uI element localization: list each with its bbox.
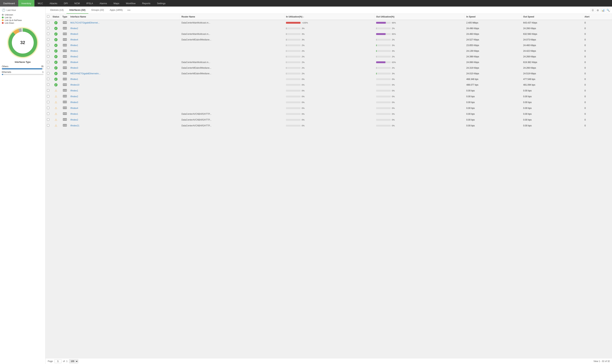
tab-groups[interactable]: Groups (22) <box>88 7 107 14</box>
row-checkbox[interactable] <box>47 55 49 58</box>
row-out-speed: 619.382 Kibps <box>522 60 583 65</box>
col-in-speed[interactable]: In Speed <box>465 14 522 20</box>
col-status[interactable]: Status <box>51 14 61 20</box>
row-interface-name[interactable]: IfIndex4 <box>69 105 180 111</box>
row-checkbox[interactable] <box>47 21 49 24</box>
grid-view-button[interactable]: ⊞ <box>596 8 600 12</box>
util-bar-bg <box>376 22 391 24</box>
row-interface-name[interactable]: MULTICASTGigabitEthernet... <box>69 20 180 26</box>
nav-dpi[interactable]: DPI <box>61 0 71 7</box>
row-in-speed: 0.00 bps <box>465 88 522 94</box>
select-all-checkbox[interactable] <box>47 15 49 18</box>
nav-ncm[interactable]: NCM <box>71 0 83 7</box>
status-yellow-icon: ⚠ <box>55 124 57 127</box>
row-type <box>61 123 69 129</box>
row-checkbox[interactable] <box>47 72 49 75</box>
row-interface-name[interactable]: IfIndex10 <box>69 82 180 88</box>
row-checkbox[interactable] <box>47 101 49 103</box>
row-checkbox[interactable] <box>47 66 49 69</box>
row-alert: 0 <box>583 94 612 99</box>
row-interface-name[interactable]: IfIndex4 <box>69 60 180 65</box>
row-interface-name[interactable]: IfIndex1 <box>69 48 180 54</box>
nav-inventory[interactable]: Inventory <box>18 0 34 7</box>
col-out-util[interactable]: Out Utilization(%) <box>375 14 465 20</box>
nav-dashboard[interactable]: Dashboard <box>0 0 18 7</box>
nav-settings[interactable]: Settings <box>154 0 169 7</box>
nav-workflow[interactable]: Workflow <box>123 0 139 7</box>
nav-maps[interactable]: Maps <box>110 0 123 7</box>
row-checkbox[interactable] <box>47 33 49 35</box>
util-bar-container: 0% <box>376 125 463 127</box>
tab-more[interactable]: ••• <box>126 9 132 12</box>
view-icons: ☰ ⊞ 📊 🔍 <box>590 8 610 12</box>
row-checkbox[interactable] <box>47 89 49 91</box>
row-interface-name[interactable]: MEDIANETGigabitEthernetm... <box>69 71 180 77</box>
row-checkbox[interactable] <box>47 107 49 109</box>
row-checkbox[interactable] <box>47 78 49 80</box>
row-type <box>61 31 69 37</box>
row-checkbox[interactable] <box>47 50 49 52</box>
page-number-input[interactable] <box>54 359 62 363</box>
row-checkbox[interactable] <box>47 118 49 121</box>
col-out-speed[interactable]: Out Speed <box>522 14 583 20</box>
row-interface-name[interactable]: IfIndex3 <box>69 31 180 37</box>
row-router-name <box>180 105 285 111</box>
row-checkbox[interactable] <box>47 95 49 97</box>
legend-link-down: Link Down <box>2 22 43 24</box>
row-interface-name[interactable]: IfIndex2 <box>69 94 180 99</box>
legend-unknown: Unknown <box>2 14 43 16</box>
row-status: ⚠ <box>51 111 61 117</box>
ethernets-bar-bg <box>2 74 43 75</box>
col-alert[interactable]: Alert <box>583 14 612 20</box>
col-router-name[interactable]: Router Name <box>180 14 285 20</box>
status-green-icon: ✔ <box>54 66 58 70</box>
nav-attacks[interactable]: Attacks <box>46 0 61 7</box>
search-button[interactable]: 🔍 <box>606 8 610 12</box>
row-router-name <box>180 54 285 60</box>
link-up-noflows-dot <box>2 19 4 21</box>
tab-apps[interactable]: Apps (1855) <box>107 7 126 14</box>
row-in-util: 2% <box>285 48 375 54</box>
row-checkbox[interactable] <box>47 83 49 86</box>
nav-ipsla[interactable]: IPSLA <box>83 0 96 7</box>
row-interface-name[interactable]: IfIndex1 <box>69 43 180 48</box>
col-type[interactable]: Type <box>61 14 69 20</box>
util-label: 0% <box>392 90 398 92</box>
row-status: ✔ <box>51 37 61 43</box>
row-checkbox[interactable] <box>47 124 49 127</box>
util-label: 63% <box>392 61 398 63</box>
row-interface-name[interactable]: IfIndex1 <box>69 88 180 94</box>
row-interface-name[interactable]: IfIndex3 <box>69 65 180 71</box>
row-interface-name[interactable]: IfIndex2 <box>69 117 180 123</box>
row-checkbox[interactable] <box>47 113 49 115</box>
row-checkbox[interactable] <box>47 27 49 29</box>
interface-type-icon <box>63 84 67 87</box>
row-interface-name[interactable]: IfIndex21 <box>69 123 180 129</box>
list-view-button[interactable]: ☰ <box>590 8 595 12</box>
tab-interfaces[interactable]: Interfaces (32) <box>66 7 88 14</box>
chart-view-button[interactable]: 📊 <box>601 8 605 12</box>
row-interface-name[interactable]: IfIndex4 <box>69 37 180 43</box>
per-page-select[interactable]: 100 50 200 <box>69 359 78 363</box>
row-interface-name[interactable]: IfIndex1 <box>69 111 180 117</box>
row-interface-name[interactable]: IfIndex1 <box>69 77 180 82</box>
row-interface-name[interactable]: IfIndex2 <box>69 26 180 31</box>
row-interface-name[interactable]: IfIndex2 <box>69 54 180 60</box>
sidebar: 🕐 Last Hour Unknown Link Up Link Up & No… <box>0 7 46 364</box>
svg-rect-75 <box>64 119 65 120</box>
nav-reports[interactable]: Reports <box>139 0 154 7</box>
util-bar-bg <box>286 44 300 46</box>
nav-wlc[interactable]: WLC <box>34 0 46 7</box>
row-interface-name[interactable]: IfIndex3 <box>69 99 180 105</box>
row-alert: 0 <box>583 82 612 88</box>
col-in-util[interactable]: In Utilization(%) ↓ <box>285 14 375 20</box>
status-legend: Unknown Link Up Link Up & NoFlows Link D… <box>2 14 43 24</box>
col-interface-name[interactable]: Interface Name <box>69 14 180 20</box>
nav-alarms[interactable]: Alarms <box>96 0 110 7</box>
row-checkbox[interactable] <box>47 44 49 46</box>
tab-devices[interactable]: Devices (13) <box>47 7 66 14</box>
table-row: ✔IfIndex12%3%24.139 Kibps24.422 Kibps0 <box>46 48 612 54</box>
row-checkbox[interactable] <box>47 61 49 63</box>
table-row: ✔IfIndex10%0%468.348 bps477.549 bps0 <box>46 77 612 82</box>
row-checkbox[interactable] <box>47 38 49 41</box>
